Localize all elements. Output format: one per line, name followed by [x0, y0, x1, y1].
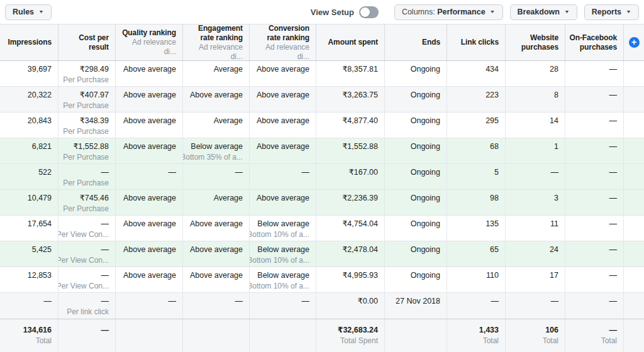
cell-ends: Ongoing	[385, 61, 447, 86]
cell-website-purchases: 8	[506, 87, 565, 112]
table-row[interactable]: 39,697₹298.49Per PurchaseAbove averageAv…	[0, 61, 644, 87]
cell-website-purchases: 28	[506, 61, 565, 86]
cell-link-clicks: 110	[447, 267, 506, 292]
cell-cost-per-result: ₹348.39Per Purchase	[58, 113, 116, 138]
cell-conversion-rate-ranking: Above average	[250, 190, 316, 215]
reports-button[interactable]: Reports ▼	[584, 4, 639, 20]
cell-quality-ranking: Above average	[116, 113, 183, 138]
column-header-amount-spent[interactable]: Amount spent	[316, 25, 385, 60]
cell-conversion-rate-ranking: Above average	[250, 138, 316, 163]
cell-ends: Ongoing	[385, 87, 447, 112]
columns-button[interactable]: Columns: Performance ▼	[394, 4, 503, 20]
total-on-facebook-purchases: —Total	[565, 319, 624, 352]
cell-ends: Ongoing	[385, 190, 447, 215]
cell-on-facebook-purchases: —	[565, 61, 624, 86]
cell-conversion-rate-ranking: Below averageBottom 10% of a...	[250, 267, 316, 292]
cell-impressions: 39,697	[0, 61, 58, 86]
cell-conversion-rate-ranking: —	[250, 293, 316, 319]
cell-quality-ranking: Above average	[116, 241, 183, 267]
cell-on-facebook-purchases: —	[565, 113, 624, 138]
cell-amount-spent: ₹8,357.81	[316, 61, 385, 86]
total-amount-spent: ₹32,683.24Total Spent	[316, 319, 385, 352]
cell-link-clicks: 68	[447, 138, 506, 163]
table-row[interactable]: 10,479₹745.46Per PurchaseAbove averageAv…	[0, 190, 644, 216]
cell-engagement-rate-ranking: Average	[183, 113, 250, 138]
cell-cost-per-result: ₹298.49Per Purchase	[58, 61, 116, 86]
view-setup-toggle[interactable]	[359, 6, 379, 18]
rules-button[interactable]: Rules ▼	[5, 4, 52, 20]
cell-engagement-rate-ranking: Above average	[183, 87, 250, 112]
table-total-row: 134,616Total — ₹32,683.24Total Spent 1,4…	[0, 319, 644, 352]
cell-impressions: 10,479	[0, 190, 58, 215]
add-column-spacer	[624, 241, 644, 267]
cell-on-facebook-purchases: —	[565, 241, 624, 267]
cell-quality-ranking: —	[116, 164, 183, 189]
cell-amount-spent: ₹3,263.75	[316, 87, 385, 112]
table-row[interactable]: 12,853—Per View Con...Above averageAbove…	[0, 267, 644, 293]
cell-conversion-rate-ranking: Above average	[250, 61, 316, 86]
cell-quality-ranking: Above average	[116, 61, 183, 86]
view-setup-label: View Setup	[311, 8, 354, 17]
table-row[interactable]: ——Per link click———₹0.0027 Nov 2018———	[0, 293, 644, 319]
column-header-cost-per-result[interactable]: Cost per result	[58, 25, 116, 60]
cell-amount-spent: ₹4,754.04	[316, 216, 385, 241]
cell-conversion-rate-ranking: Above average	[250, 113, 316, 138]
cell-on-facebook-purchases: —	[565, 267, 624, 292]
table-row[interactable]: 522—Per Purchase———₹167.00Ongoing5——	[0, 164, 644, 190]
breakdown-button[interactable]: Breakdown ▼	[510, 4, 577, 20]
toggle-knob	[360, 8, 370, 17]
cell-website-purchases: 24	[506, 241, 565, 267]
add-column-button[interactable]: +	[624, 25, 644, 60]
total-ends	[385, 319, 447, 352]
table-row[interactable]: 20,843₹348.39Per PurchaseAbove averageAv…	[0, 113, 644, 138]
cell-engagement-rate-ranking: Above average	[183, 241, 250, 267]
cell-engagement-rate-ranking: Above average	[183, 216, 250, 241]
add-column-spacer	[624, 216, 644, 241]
cell-engagement-rate-ranking: —	[183, 164, 250, 189]
chevron-down-icon: ▼	[626, 9, 631, 14]
column-header-website-purchases[interactable]: Website purchases	[506, 25, 565, 60]
table-row[interactable]: 20,322₹407.97Per PurchaseAbove averageAb…	[0, 87, 644, 113]
cell-ends: Ongoing	[385, 267, 447, 292]
column-header-impressions[interactable]: Impressions	[0, 25, 58, 60]
column-header-quality-ranking[interactable]: Quality rankingAd relevance di...	[116, 25, 183, 60]
total-cost-per-result: —	[58, 319, 116, 352]
cell-quality-ranking: Above average	[116, 190, 183, 215]
cell-engagement-rate-ranking: Average	[183, 190, 250, 215]
cell-link-clicks: 135	[447, 216, 506, 241]
column-header-conversion-rate-ranking[interactable]: Conversion rate rankingAd relevance di..…	[250, 25, 316, 60]
table-header: Impressions Cost per result Quality rank…	[0, 25, 644, 61]
cell-on-facebook-purchases: —	[565, 190, 624, 215]
cell-ends: Ongoing	[385, 241, 447, 267]
column-header-link-clicks[interactable]: Link clicks	[447, 25, 506, 60]
cell-conversion-rate-ranking: Above average	[250, 87, 316, 112]
cell-quality-ranking: Above average	[116, 267, 183, 292]
cell-engagement-rate-ranking: Above average	[183, 267, 250, 292]
column-header-ends[interactable]: Ends	[385, 25, 447, 60]
table-row[interactable]: 6,821₹1,552.88Per PurchaseAbove averageB…	[0, 138, 644, 164]
column-header-on-facebook-purchases[interactable]: On-Facebook purchases	[565, 25, 624, 60]
cell-website-purchases: 14	[506, 113, 565, 138]
columns-button-value: Performance	[437, 8, 485, 16]
cell-website-purchases: 1	[506, 138, 565, 163]
column-header-engagement-rate-ranking[interactable]: Engagement rate rankingAd relevance di..…	[183, 25, 250, 60]
rules-button-label: Rules	[13, 8, 34, 16]
cell-amount-spent: ₹167.00	[316, 164, 385, 189]
cell-link-clicks: —	[447, 293, 506, 319]
cell-impressions: 12,853	[0, 267, 58, 292]
cell-amount-spent: ₹4,877.40	[316, 113, 385, 138]
table-row[interactable]: 5,425—Per View Con...Above averageAbove …	[0, 241, 644, 267]
cell-amount-spent: ₹1,552.88	[316, 138, 385, 163]
cell-link-clicks: 98	[447, 190, 506, 215]
cell-on-facebook-purchases: —	[565, 87, 624, 112]
add-column-spacer	[624, 190, 644, 215]
cell-amount-spent: ₹2,478.04	[316, 241, 385, 267]
cell-ends: 27 Nov 2018	[385, 293, 447, 319]
table-row[interactable]: 17,654—Per View Con...Above averageAbove…	[0, 216, 644, 241]
cell-quality-ranking: —	[116, 293, 183, 319]
cell-website-purchases: 3	[506, 190, 565, 215]
total-website-purchases: 106Total	[506, 319, 565, 352]
add-column-spacer	[624, 319, 644, 352]
chevron-down-icon: ▼	[38, 9, 44, 14]
cell-amount-spent: ₹2,236.39	[316, 190, 385, 215]
